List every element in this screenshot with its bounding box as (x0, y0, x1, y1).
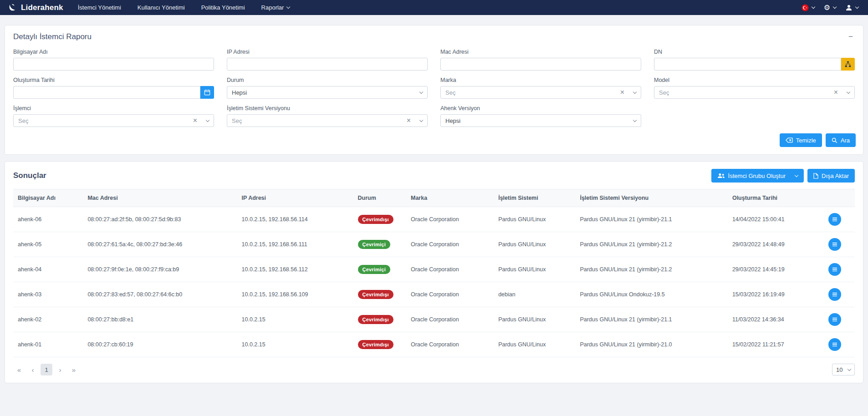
list-icon (832, 267, 837, 272)
first-page-button[interactable]: « (13, 364, 25, 375)
col-actions (824, 189, 855, 207)
nav-item-politika-yonetimi[interactable]: Politika Yönetimi (201, 4, 245, 11)
calendar-button[interactable] (200, 86, 214, 99)
chevron-down-icon (206, 118, 209, 122)
cell-os-version: Pardus GNU/Linux 21 (yirmibir)-21.1 (575, 307, 727, 332)
col-isletim-sistemi: İşletim Sistemi (494, 189, 575, 207)
col-bilgisayar-adi: Bilgisayar Adı (13, 189, 83, 207)
cell-name: ahenk-01 (13, 332, 83, 357)
cell-name: ahenk-05 (13, 232, 83, 257)
user-menu[interactable] (843, 4, 861, 11)
liderahenk-logo-icon (8, 3, 18, 12)
cell-brand: Oracle Corporation (406, 232, 494, 257)
col-marka: Marka (406, 189, 494, 207)
nav-item-kullanici-yonetimi[interactable]: Kullanıcı Yönetimi (138, 4, 185, 11)
computer-name-input[interactable] (13, 58, 214, 71)
cell-brand: Oracle Corporation (406, 307, 494, 332)
last-page-button[interactable]: » (68, 364, 80, 375)
cell-os-version: Pardus GNU/Linux 21 (yirmibir)-21.2 (575, 257, 727, 282)
turkish-flag-icon (802, 4, 809, 11)
filter-actions: Temizle Ara (5, 128, 863, 154)
cpu-select[interactable]: Seç × (13, 114, 214, 127)
model-field: Model Seç × (654, 77, 855, 99)
nav-item-istemci-yonetimi[interactable]: İstemci Yönetimi (78, 4, 121, 11)
cell-os: Pardus GNU/Linux (494, 307, 575, 332)
col-isletim-sistemi-versiyonu: İşletim Sistemi Versiyonu (575, 189, 727, 207)
col-ip-adresi: IP Adresi (237, 189, 353, 207)
cell-os: Pardus GNU/Linux (494, 332, 575, 357)
cell-name: ahenk-06 (13, 207, 83, 232)
chevron-down-icon (833, 5, 837, 9)
next-page-button[interactable]: › (54, 364, 66, 375)
list-icon (832, 342, 837, 347)
cell-os: Pardus GNU/Linux (494, 232, 575, 257)
chevron-down-icon (633, 90, 637, 93)
row-actions-button[interactable] (828, 313, 841, 326)
cell-os-version: Pardus GNU/Linux 21 (yirmibir)-21.0 (575, 332, 727, 357)
status-badge: Çevrimdışı (358, 215, 393, 224)
dn-tree-select-button[interactable] (841, 58, 855, 71)
dn-input[interactable] (654, 58, 841, 71)
status-badge: Çevrimdışı (358, 315, 393, 324)
computer-name-field: Bilgisayar Adı (13, 49, 214, 71)
cpu-field: İşlemci Seç × (13, 105, 214, 127)
row-actions-button[interactable] (828, 338, 841, 351)
row-actions-button[interactable] (828, 263, 841, 276)
cell-os-version: Pardus GNU/Linux 21 (yirmibir)-21.1 (575, 207, 727, 232)
clear-icon[interactable]: × (193, 117, 197, 124)
status-field: Durum Hepsi (227, 77, 428, 99)
table-row: ahenk-02 08:00:27:bb:d8:e1 10.0.2.15 Çev… (13, 307, 855, 332)
results-panel: Sonuçlar İstemci Grubu Oluştur Dışa Akta… (5, 161, 863, 383)
cell-os: Pardus GNU/Linux (494, 257, 575, 282)
search-button[interactable]: Ara (826, 133, 856, 147)
cell-name: ahenk-02 (13, 307, 83, 332)
model-select-placeholder: Seç (659, 89, 834, 96)
ahenk-version-label: Ahenk Versiyon (440, 105, 641, 112)
page-1-button[interactable]: 1 (41, 364, 52, 375)
created-date-input[interactable] (13, 86, 200, 99)
status-badge: Çevrimiçi (358, 240, 390, 249)
cell-ip: 10.0.2.15 (237, 307, 353, 332)
cell-brand: Oracle Corporation (406, 332, 494, 357)
table-row: ahenk-01 08:00:27:cb:60:19 10.0.2.15 Çev… (13, 332, 855, 357)
prev-page-button[interactable]: ‹ (27, 364, 39, 375)
cell-name: ahenk-04 (13, 257, 83, 282)
results-title: Sonuçlar (13, 171, 46, 180)
row-actions-button[interactable] (828, 288, 841, 301)
settings-menu[interactable]: ⚙ (822, 4, 838, 11)
export-button[interactable]: Dışa Aktar (807, 169, 855, 183)
row-actions-button[interactable] (828, 238, 841, 251)
cell-ip: 10.0.2.15, 192.168.56.114 (237, 207, 353, 232)
status-select[interactable]: Hepsi (227, 86, 428, 99)
cell-ip: 10.0.2.15, 192.168.56.111 (237, 232, 353, 257)
brand-select-placeholder: Seç (445, 89, 620, 96)
ahenk-version-select[interactable]: Hepsi (440, 114, 641, 127)
nav-item-raporlar[interactable]: Raporlar (261, 4, 290, 11)
language-menu[interactable] (799, 4, 817, 11)
model-select[interactable]: Seç × (654, 86, 855, 99)
collapse-panel-icon[interactable]: − (847, 32, 855, 41)
os-version-label: İşletim Sistemi Versiyonu (227, 105, 428, 112)
status-label: Durum (227, 77, 428, 83)
mac-address-input[interactable] (440, 58, 641, 71)
clear-button[interactable]: Temizle (780, 133, 822, 147)
create-client-group-button[interactable]: İstemci Grubu Oluştur (711, 169, 804, 183)
clear-icon[interactable]: × (834, 89, 838, 96)
cell-created: 29/03/2022 14:48:49 (728, 232, 824, 257)
panel-header: Detaylı İstemci Raporu − (5, 25, 863, 45)
clear-icon[interactable]: × (620, 89, 624, 96)
chevron-down-icon (848, 367, 851, 370)
ip-address-input[interactable] (227, 58, 428, 71)
row-actions-button[interactable] (828, 213, 841, 226)
brand[interactable]: Liderahenk (8, 3, 63, 12)
detailed-client-report-panel: Detaylı İstemci Raporu − Bilgisayar Adı … (5, 25, 863, 155)
cpu-select-placeholder: Seç (18, 117, 193, 124)
table-header-row: Bilgisayar Adı Mac Adresi IP Adresi Duru… (13, 189, 855, 207)
brand-select[interactable]: Seç × (440, 86, 641, 99)
brand-label: Marka (440, 77, 641, 83)
page-size-select[interactable]: 10 (832, 364, 855, 375)
list-icon (832, 242, 837, 247)
clear-icon[interactable]: × (407, 117, 411, 124)
os-version-select[interactable]: Seç × (227, 114, 428, 127)
ip-address-field: IP Adresi (227, 49, 428, 71)
